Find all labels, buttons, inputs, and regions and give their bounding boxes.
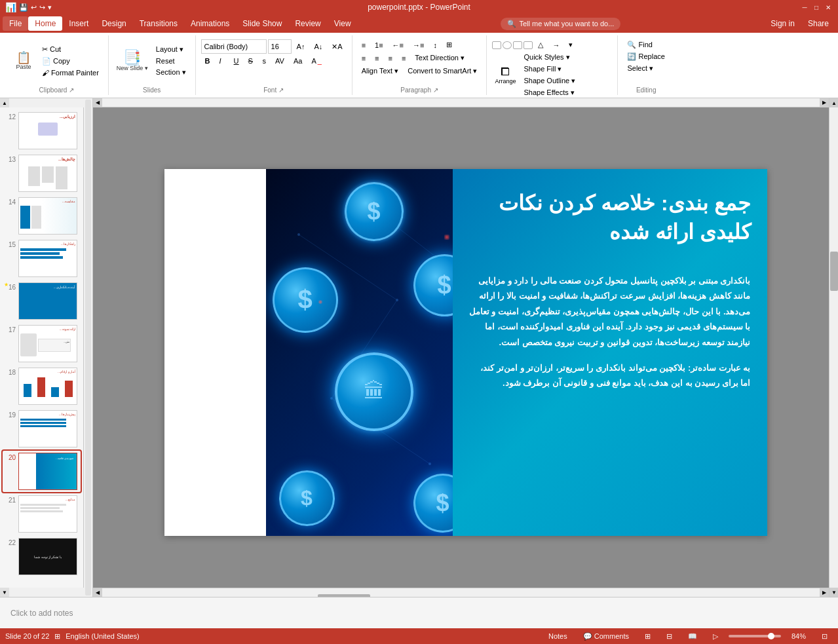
shape-3[interactable]: [513, 41, 522, 49]
paste-button[interactable]: 📋 Paste: [10, 50, 37, 72]
italic-button[interactable]: I: [216, 56, 229, 66]
slide-thumb-22[interactable]: 22 با تشکر از توجه شما: [3, 536, 81, 577]
decrease-indent[interactable]: ←≡: [389, 40, 408, 50]
shape-1[interactable]: [492, 41, 501, 49]
comments-button[interactable]: 💬 Comments: [578, 631, 634, 642]
slide-sorter-button[interactable]: ⊟: [661, 631, 677, 642]
justify-button[interactable]: ≡: [398, 53, 409, 64]
copy-button[interactable]: 📄 Copy: [38, 56, 103, 67]
zoom-slider[interactable]: [729, 635, 781, 637]
menu-item-slideshow[interactable]: Slide Show: [236, 16, 288, 31]
slide-thumb-14[interactable]: 14 مقایسه...: [3, 195, 81, 237]
strikethrough-button[interactable]: S: [244, 56, 257, 66]
reset-button[interactable]: Reset: [152, 56, 190, 66]
cut-button[interactable]: ✂ Cut: [38, 44, 103, 55]
slide-thumb-12[interactable]: 12 ارزیابی...: [3, 110, 81, 151]
more-shapes[interactable]: ▾: [565, 39, 577, 50]
shape-6[interactable]: →: [548, 40, 563, 50]
close-button[interactable]: ✕: [824, 3, 833, 12]
smartart-button[interactable]: Convert to SmartArt ▾: [404, 66, 481, 77]
bullets-button[interactable]: ≡: [358, 40, 370, 50]
center-button[interactable]: ≡: [371, 53, 383, 64]
sparkle-1: [444, 235, 449, 240]
fit-to-window-button[interactable]: ⊡: [816, 631, 833, 642]
share-button[interactable]: Share: [801, 16, 835, 31]
align-right-button[interactable]: ≡: [384, 53, 396, 64]
decrease-font-size[interactable]: A↓: [310, 41, 326, 52]
shape-effects-button[interactable]: Shape Effects ▾: [520, 87, 579, 98]
columns-button[interactable]: ⊞: [442, 39, 456, 50]
menu-item-home[interactable]: Home: [28, 16, 62, 31]
zoom-level[interactable]: 84%: [786, 631, 811, 641]
horizontal-scrollbar-bottom[interactable]: ◀ ▶: [93, 588, 829, 597]
underline-button[interactable]: U: [230, 56, 243, 66]
quick-access-undo[interactable]: ↩: [31, 3, 37, 12]
tell-me-input[interactable]: 🔍Tell me what you want to do...: [501, 18, 620, 30]
menu-item-transitions[interactable]: Transitions: [133, 16, 184, 31]
slide-thumb-20[interactable]: 20 جمع بندی خلاصه...: [3, 451, 81, 492]
menu-item-file[interactable]: File: [3, 16, 28, 31]
align-text-button[interactable]: Align Text ▾: [358, 66, 403, 77]
change-case-button[interactable]: Aa: [290, 56, 306, 66]
font-name-selector[interactable]: Calibri (Body): [201, 39, 267, 54]
shape-outline-button[interactable]: Shape Outline ▾: [520, 75, 579, 86]
line-spacing-button[interactable]: ↕: [429, 40, 441, 50]
slides-panel-scroll-down[interactable]: ▼: [0, 588, 9, 597]
menu-item-design[interactable]: Design: [95, 16, 132, 31]
menu-item-insert[interactable]: Insert: [62, 16, 95, 31]
shape-fill-button[interactable]: Shape Fill ▾: [520, 64, 579, 75]
shape-5[interactable]: △: [534, 39, 547, 50]
layout-button[interactable]: Layout ▾: [152, 44, 190, 55]
quick-access-more[interactable]: ▾: [48, 3, 52, 12]
select-button[interactable]: Select ▾: [623, 63, 668, 74]
increase-font-size[interactable]: A↑: [293, 41, 309, 52]
arrange-button[interactable]: ⧠ Arrange: [492, 64, 518, 86]
shape-2[interactable]: [503, 41, 512, 49]
find-button[interactable]: 🔍 Find: [623, 39, 668, 50]
slide-thumb-21[interactable]: 21 منابع...: [3, 493, 81, 535]
canvas-vertical-scrollbar[interactable]: ▲ ▼: [829, 98, 838, 597]
shadow-button[interactable]: s: [259, 56, 271, 66]
restore-button[interactable]: □: [812, 3, 821, 12]
font-size-selector[interactable]: 16: [268, 39, 292, 54]
align-left-button[interactable]: ≡: [358, 53, 370, 64]
notes-button[interactable]: Notes: [543, 631, 573, 641]
slides-panel-scroll-up[interactable]: ▲: [0, 98, 9, 107]
reading-view-button[interactable]: 📖: [683, 631, 702, 642]
slide-info-icon[interactable]: ⊞: [54, 632, 60, 641]
menu-item-view[interactable]: View: [328, 16, 358, 31]
shape-4[interactable]: [524, 41, 533, 49]
quick-access-save[interactable]: 💾: [19, 3, 28, 12]
slide-thumb-18[interactable]: 18 آمار و ارقام...: [3, 366, 81, 407]
window-title: powerpoint.pptx - PowerPoint: [368, 3, 470, 12]
slide-thumb-19[interactable]: 19 پیش‌نیازها...: [3, 408, 81, 449]
slide-thumb-16[interactable]: 16 آینده بانکداری... ★: [3, 280, 81, 322]
replace-button[interactable]: 🔄 Replace: [623, 51, 668, 62]
char-spacing-button[interactable]: AV: [271, 56, 288, 66]
sign-in-button[interactable]: Sign in: [764, 16, 801, 31]
new-slide-button[interactable]: 📑 New Slide ▾: [114, 48, 151, 73]
minimize-button[interactable]: ─: [800, 3, 809, 12]
coin-bank: 🏛: [335, 352, 413, 431]
numbering-button[interactable]: 1≡: [371, 40, 387, 50]
quick-access-redo[interactable]: ↪: [39, 3, 45, 12]
slideshow-button[interactable]: ▷: [708, 631, 723, 642]
horizontal-scrollbar-top[interactable]: ◀ ▶: [93, 98, 829, 107]
notes-placeholder[interactable]: Click to add notes: [10, 609, 73, 618]
format-painter-button[interactable]: 🖌 Format Painter: [38, 67, 103, 78]
menu-item-animations[interactable]: Animations: [184, 16, 236, 31]
increase-indent[interactable]: →≡: [409, 40, 428, 50]
slide-thumb-13[interactable]: 13 چالش‌ها...: [3, 153, 81, 194]
clear-formatting[interactable]: ✕A: [328, 41, 346, 52]
slides-scrollbar[interactable]: [84, 98, 93, 597]
text-direction-button[interactable]: Text Direction ▾: [411, 52, 468, 64]
bold-button[interactable]: B: [201, 56, 214, 66]
font-color-button[interactable]: A_: [307, 56, 325, 66]
slide-thumb-17[interactable]: 17 ارائه نمونه... متن...: [3, 323, 81, 364]
quick-styles-button[interactable]: Quick Styles ▾: [520, 52, 579, 63]
slide-thumb-15[interactable]: 15 راهکارها...: [3, 238, 81, 279]
normal-view-button[interactable]: ⊞: [639, 631, 656, 642]
section-button[interactable]: Section ▾: [152, 67, 190, 78]
ribbon-group-slides: 📑 New Slide ▾ Layout ▾ Reset Section ▾ S…: [109, 35, 196, 95]
menu-item-review[interactable]: Review: [288, 16, 327, 31]
